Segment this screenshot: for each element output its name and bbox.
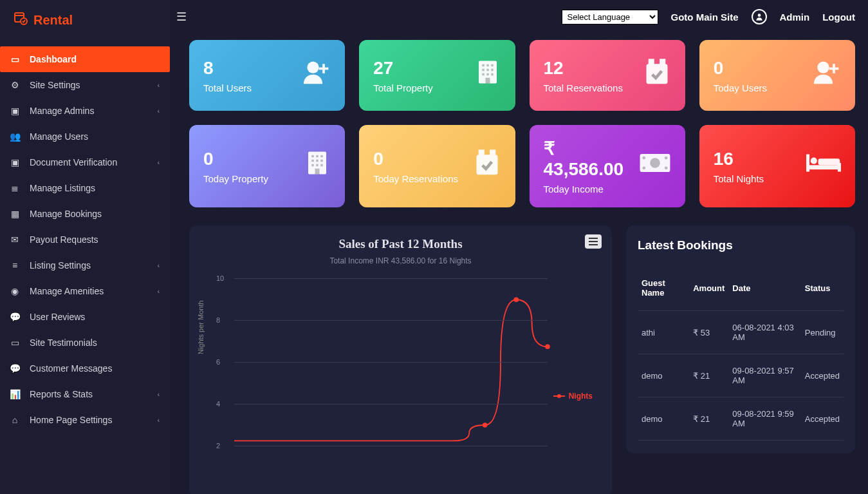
goto-main-site-link[interactable]: Goto Main Site: [671, 12, 739, 23]
nav-icon: ⚙: [9, 80, 21, 90]
nav-label: Dashboard: [30, 54, 77, 64]
svg-rect-10: [491, 64, 494, 67]
chevron-left-icon: ‹: [158, 288, 160, 295]
sidebar-item-home-page-settings[interactable]: ⌂ Home Page Settings‹: [0, 407, 170, 433]
sidebar-item-user-reviews[interactable]: 💬 User Reviews: [0, 304, 170, 330]
card-value: 8: [203, 58, 252, 79]
hamburger-icon[interactable]: ☰: [176, 10, 187, 24]
cell-status: Accepted: [801, 397, 844, 441]
card-value: 16: [714, 149, 764, 169]
ytick: 6: [216, 358, 220, 366]
cell-date: 06-08-2021 4:03 AM: [728, 311, 800, 354]
svg-rect-23: [829, 68, 839, 70]
card-today-income[interactable]: ₹ 43,586.00 Today Income: [530, 125, 685, 207]
svg-rect-15: [486, 73, 489, 76]
card-total-users[interactable]: 8 Total Users: [189, 40, 345, 111]
nav-label: User Reviews: [30, 312, 85, 322]
sidebar-item-customer-messages[interactable]: 💬 Customer Messages: [0, 356, 170, 381]
svg-point-21: [817, 62, 829, 73]
svg-point-42: [642, 166, 645, 169]
cell-guest: athi: [638, 311, 689, 354]
svg-rect-30: [321, 160, 324, 162]
nav-label: Customer Messages: [30, 363, 112, 374]
ytick: 4: [216, 400, 220, 408]
sidebar-item-dashboard[interactable]: ▭ Dashboard: [0, 46, 170, 72]
nav-icon: ▣: [9, 157, 21, 167]
brand-text: Rental: [33, 13, 73, 28]
sidebar-item-listing-settings[interactable]: ≡ Listing Settings‹: [0, 252, 170, 278]
bookings-col: Status: [801, 272, 844, 311]
svg-rect-28: [312, 160, 315, 162]
svg-rect-26: [317, 155, 319, 158]
card-value: 0: [373, 149, 458, 169]
nav-icon: ▭: [9, 337, 21, 348]
card-total-nights[interactable]: 16 Total Nights: [699, 125, 855, 207]
ytick: 2: [216, 442, 220, 450]
sidebar-item-manage-admins[interactable]: ▣ Manage Admins‹: [0, 98, 170, 124]
cell-amount: ₹ 53: [689, 311, 728, 354]
table-row[interactable]: demo ₹ 21 09-08-2021 9:59 AM Accepted: [638, 397, 844, 441]
nav-label: Listing Settings: [30, 260, 91, 271]
card-today-users[interactable]: 0 Today Users: [699, 40, 855, 111]
avatar-icon[interactable]: [752, 9, 767, 24]
bookings-col: Guest Name: [638, 272, 689, 311]
calendar-icon: [13, 10, 28, 30]
svg-rect-6: [319, 68, 329, 70]
svg-point-3: [757, 14, 761, 17]
svg-rect-12: [486, 69, 489, 71]
logout-link[interactable]: Logout: [822, 12, 855, 23]
sidebar-item-reports-stats[interactable]: 📊 Reports & Stats‹: [0, 381, 170, 407]
table-row[interactable]: athi ₹ 53 06-08-2021 4:03 AM Pending: [638, 311, 844, 354]
legend-label: Nights: [569, 392, 593, 401]
sidebar: Rental ▭ Dashboard⚙ Site Settings‹▣ Mana…: [0, 0, 170, 494]
card-total-reservations[interactable]: 12 Total Reservations: [530, 40, 685, 111]
nav-icon: 👥: [9, 131, 21, 142]
nav-icon: ▦: [9, 209, 21, 219]
nav-label: Manage Listings: [30, 183, 95, 193]
svg-rect-31: [312, 164, 315, 167]
card-value: ₹ 43,586.00: [544, 138, 639, 180]
svg-rect-37: [491, 151, 494, 157]
svg-rect-16: [491, 73, 494, 76]
chart-legend: Nights: [553, 392, 593, 401]
chart-menu-icon[interactable]: [585, 234, 602, 249]
sidebar-item-payout-requests[interactable]: ✉ Payout Requests: [0, 227, 170, 252]
summary-cards: 8 Total Users 27 Total Property 12 Total…: [189, 40, 855, 207]
svg-rect-45: [806, 155, 809, 172]
sidebar-item-manage-amenities[interactable]: ◉ Manage Amenities‹: [0, 278, 170, 304]
sidebar-item-manage-users[interactable]: 👥 Manage Users: [0, 124, 170, 149]
chevron-left-icon: ‹: [158, 108, 160, 115]
card-today-property[interactable]: 0 Today Property: [189, 125, 345, 207]
svg-rect-25: [312, 155, 315, 158]
table-row[interactable]: demo ₹ 21 09-08-2021 9:57 AM Accepted: [638, 354, 844, 397]
nav-label: Document Verification: [30, 157, 117, 167]
brand-logo[interactable]: Rental: [0, 0, 170, 40]
nav-icon: ◉: [9, 286, 21, 296]
sidebar-item-site-testimonials[interactable]: ▭ Site Testimonials: [0, 330, 170, 356]
sidebar-item-site-settings[interactable]: ⚙ Site Settings‹: [0, 72, 170, 98]
admin-link[interactable]: Admin: [780, 12, 810, 23]
sidebar-item-manage-bookings[interactable]: ▦ Manage Bookings: [0, 201, 170, 227]
cell-status: Pending: [801, 311, 844, 354]
card-label: Today Property: [203, 173, 268, 184]
svg-rect-32: [317, 164, 319, 167]
nav-icon: 💬: [9, 363, 21, 374]
chart-line: [234, 278, 548, 459]
svg-rect-36: [480, 151, 483, 157]
calendar-check-icon: [473, 149, 501, 184]
svg-point-49: [483, 423, 487, 427]
svg-rect-8: [482, 64, 485, 67]
sidebar-item-document-verification[interactable]: ▣ Document Verification‹: [0, 149, 170, 175]
sales-chart-panel: Sales of Past 12 Months Total Income INR…: [189, 225, 612, 494]
cell-amount: ₹ 21: [689, 397, 728, 441]
card-value: 0: [714, 58, 767, 79]
card-today-reservations[interactable]: 0 Today Reservations: [359, 125, 515, 207]
nav-label: Payout Requests: [30, 234, 98, 245]
sidebar-item-manage-listings[interactable]: ≣ Manage Listings: [0, 175, 170, 201]
svg-point-4: [308, 62, 319, 73]
topbar: ☰ Select Language Goto Main Site Admin L…: [170, 0, 868, 33]
bookings-col: Date: [728, 272, 800, 311]
card-total-property[interactable]: 27 Total Property: [359, 40, 515, 111]
language-select[interactable]: Select Language: [562, 10, 658, 24]
chevron-left-icon: ‹: [158, 82, 160, 89]
